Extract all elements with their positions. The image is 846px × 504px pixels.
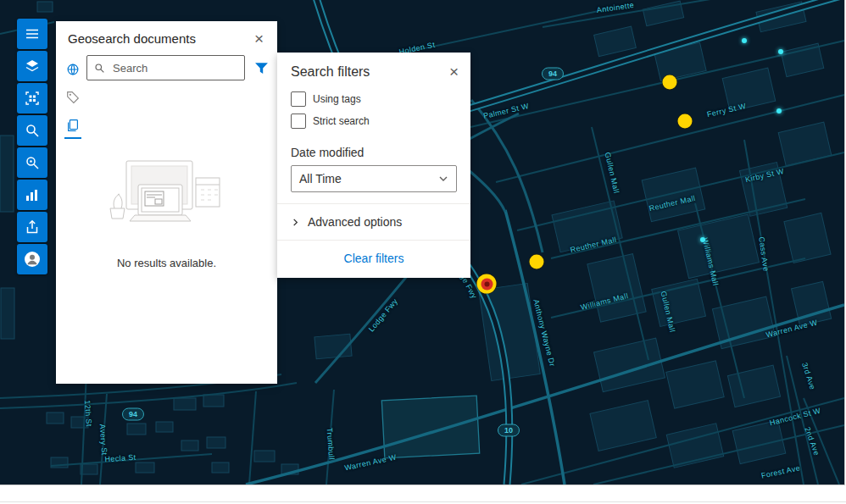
sidebar	[17, 19, 47, 274]
cluster-marker-inner	[481, 278, 493, 290]
search-icon	[94, 63, 105, 74]
geography-icon	[64, 62, 82, 77]
empty-state: No results available.	[56, 158, 277, 269]
funnel-icon	[254, 61, 269, 75]
highway-shield: 10	[498, 424, 520, 437]
strict-search-label: Strict search	[313, 115, 370, 127]
strict-search-checkbox[interactable]	[291, 114, 306, 129]
using-tags-label: Using tags	[313, 93, 361, 105]
clear-filters-row: Clear filters	[277, 241, 470, 278]
clear-filters-link[interactable]: Clear filters	[344, 252, 404, 265]
chevron-right-icon	[291, 218, 300, 227]
poi-dot	[776, 108, 782, 114]
geosearch-title: Geosearch documents	[68, 31, 196, 46]
avatar-icon	[24, 251, 41, 268]
sidebar-avatar-button[interactable]	[17, 244, 47, 274]
menu-icon	[24, 25, 41, 42]
qr-scan-icon	[24, 90, 41, 107]
result-marker[interactable]	[663, 75, 677, 90]
poi-dot	[778, 49, 783, 54]
sidebar-geosearch-button[interactable]	[17, 147, 47, 178]
geosearch-panel: Geosearch documents ×	[56, 21, 277, 384]
date-modified-label: Date modified	[277, 132, 470, 165]
bottom-divider	[0, 501, 846, 502]
poi-dot	[700, 237, 705, 242]
search-input[interactable]	[111, 61, 237, 75]
filter-funnel-button[interactable]	[253, 59, 270, 77]
sidebar-search-button[interactable]	[17, 115, 47, 146]
using-tags-checkbox[interactable]	[291, 91, 306, 107]
highway-shield: 94	[542, 68, 564, 80]
search-box	[86, 55, 245, 80]
close-icon: ×	[449, 63, 459, 80]
geosearch-content	[56, 52, 277, 135]
tool-tag-button[interactable]	[63, 88, 83, 107]
search-filters-panel: Search filters × Using tags Strict searc…	[277, 53, 470, 278]
share-icon	[24, 219, 41, 235]
poi-dot	[742, 38, 747, 43]
sidebar-menu-button[interactable]	[17, 19, 47, 49]
date-modified-select[interactable]: All Time	[291, 165, 457, 192]
advanced-options-toggle[interactable]: Advanced options	[277, 204, 470, 240]
empty-state-illustration	[101, 158, 233, 240]
geosearch-header: Geosearch documents ×	[56, 21, 277, 52]
result-marker[interactable]	[530, 255, 544, 269]
close-icon: ×	[254, 30, 264, 47]
empty-state-text: No results available.	[56, 257, 277, 269]
filters-header: Search filters ×	[277, 53, 470, 88]
tool-documents-button[interactable]	[63, 116, 83, 135]
geosearch-toolstrip	[59, 55, 86, 135]
checkbox-row-strict-search[interactable]: Strict search	[277, 110, 470, 132]
sidebar-stats-button[interactable]	[17, 180, 47, 210]
geosearch-close-button[interactable]: ×	[248, 29, 270, 48]
filters-close-button[interactable]: ×	[442, 62, 465, 81]
geosearch-icon	[24, 154, 41, 171]
sidebar-qr-scan-button[interactable]	[17, 83, 47, 114]
tag-icon	[64, 90, 82, 105]
chevron-down-icon	[438, 174, 448, 184]
advanced-options-label: Advanced options	[308, 215, 402, 229]
checkbox-row-using-tags[interactable]: Using tags	[277, 88, 470, 110]
sidebar-layers-button[interactable]	[17, 51, 47, 81]
sidebar-share-button[interactable]	[17, 212, 47, 242]
result-marker[interactable]	[678, 114, 693, 129]
highway-shield: 94	[122, 408, 144, 421]
documents-icon	[64, 118, 82, 133]
search-icon	[24, 122, 41, 139]
layers-icon	[24, 58, 41, 75]
cluster-marker[interactable]	[477, 274, 497, 294]
tool-geography-button[interactable]	[63, 60, 83, 79]
search-area	[86, 55, 270, 80]
stats-icon	[24, 186, 41, 203]
date-modified-value: All Time	[299, 172, 342, 186]
filters-title: Search filters	[291, 64, 370, 80]
